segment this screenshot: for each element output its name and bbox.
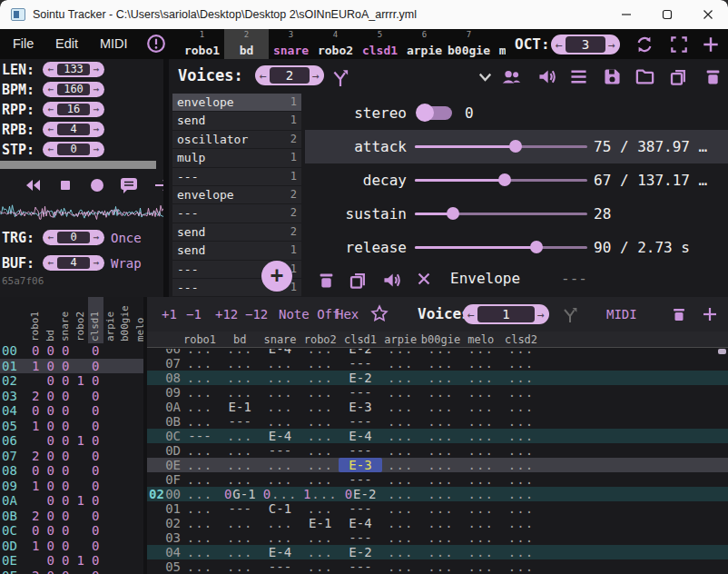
- order-cell[interactable]: 0: [58, 493, 74, 509]
- pattern-cell[interactable]: ...: [259, 414, 302, 429]
- pattern-cell[interactable]: ...: [419, 400, 463, 414]
- order-row[interactable]: 011000: [0, 359, 143, 374]
- close-button[interactable]: [687, 0, 728, 29]
- pattern-cell[interactable]: ...: [299, 472, 342, 487]
- pattern-cell[interactable]: ...: [379, 371, 422, 385]
- minimize-button[interactable]: [605, 0, 646, 29]
- pattern-cell[interactable]: ...: [379, 501, 422, 516]
- pattern-column-robo2[interactable]: robo2: [299, 332, 342, 348]
- order-cell[interactable]: 0: [58, 539, 74, 554]
- add-unit-button[interactable]: +: [261, 261, 292, 292]
- pattern-cell[interactable]: ...: [459, 429, 503, 443]
- order-cell[interactable]: 1: [28, 539, 44, 554]
- pattern-cell[interactable]: ...: [379, 385, 422, 400]
- order-cell[interactable]: 0: [88, 523, 103, 539]
- pattern-cell[interactable]: E-4: [259, 349, 302, 356]
- pattern-cell[interactable]: ...: [299, 371, 342, 385]
- pattern-cell[interactable]: ...: [499, 400, 543, 414]
- order-row[interactable]: 0C0000: [0, 523, 143, 539]
- speaker-icon[interactable]: [381, 270, 399, 288]
- unit-item-empty[interactable]: ---1: [172, 168, 301, 185]
- pattern-cell[interactable]: ...: [379, 414, 422, 429]
- pattern-cell[interactable]: ...: [419, 530, 463, 545]
- order-cell[interactable]: 0: [88, 373, 103, 389]
- order-cell[interactable]: 0: [44, 449, 59, 464]
- pattern-column-clsd2[interactable]: clsd2: [499, 332, 543, 348]
- pattern-cell[interactable]: ...: [218, 472, 261, 487]
- pattern-cell[interactable]: ...: [419, 371, 463, 385]
- pattern-cell[interactable]: ...: [178, 545, 221, 559]
- pattern-cell[interactable]: ...: [499, 501, 543, 516]
- order-row[interactable]: 0B2000: [0, 509, 143, 524]
- pattern-cell[interactable]: ...: [379, 400, 422, 414]
- order-cell[interactable]: 0: [44, 389, 59, 404]
- pattern-cell[interactable]: ...: [499, 443, 543, 458]
- order-cell[interactable]: 0: [44, 373, 59, 389]
- pattern-cell[interactable]: ...: [299, 385, 342, 400]
- pattern-cell[interactable]: ...: [259, 516, 302, 530]
- sustain-slider-knob[interactable]: [447, 207, 459, 220]
- pattern-cell[interactable]: ...: [459, 400, 503, 414]
- pattern-cell[interactable]: ...: [419, 356, 463, 371]
- pattern-cell[interactable]: ...: [178, 516, 221, 530]
- pattern-cell[interactable]: ...: [419, 458, 463, 472]
- order-column-robo2[interactable]: robo2: [74, 298, 89, 341]
- pattern-cell[interactable]: ...: [299, 414, 342, 429]
- order-cell[interactable]: 0: [88, 343, 103, 359]
- order-cell[interactable]: 0: [44, 479, 59, 494]
- pattern-cell[interactable]: E-3: [339, 400, 382, 414]
- pattern-cell[interactable]: ...: [299, 501, 342, 516]
- folder-icon[interactable]: [635, 66, 655, 87]
- pattern-cell[interactable]: ...: [419, 349, 463, 356]
- pattern-cell[interactable]: 0E-2: [339, 487, 382, 501]
- pattern-cell[interactable]: ...: [419, 443, 463, 458]
- pattern-cell[interactable]: E-1: [299, 516, 342, 530]
- trg-mode-label[interactable]: Once: [111, 230, 142, 246]
- pattern-cell[interactable]: ...: [259, 385, 302, 400]
- octave-value[interactable]: 3: [566, 36, 605, 53]
- pattern-voices-increase-arrow[interactable]: →: [535, 309, 547, 321]
- pattern-column-b00gie[interactable]: b00gie: [419, 332, 463, 348]
- pattern-column-bd[interactable]: bd: [218, 332, 261, 348]
- pattern-cell[interactable]: ---: [339, 501, 382, 516]
- pattern-cell[interactable]: ...: [459, 501, 503, 516]
- menu-file[interactable]: File: [13, 29, 34, 59]
- pattern-cell[interactable]: ...: [499, 429, 543, 443]
- order-cell[interactable]: 2: [28, 509, 44, 524]
- log-icon[interactable]: [119, 176, 139, 196]
- song-rpb-spinner-decrease-arrow[interactable]: ←: [44, 124, 57, 134]
- pattern-column-clsd1[interactable]: clsd1: [339, 332, 382, 348]
- order-cell[interactable]: 2: [28, 449, 44, 464]
- instrument-tab-b00gie[interactable]: 7b00gie: [447, 29, 491, 59]
- song-bpm-spinner-decrease-arrow[interactable]: ←: [44, 84, 57, 94]
- order-row[interactable]: 000000: [0, 343, 143, 359]
- order-row[interactable]: 0A0010: [0, 493, 143, 509]
- song-bpm-spinner-increase-arrow[interactable]: →: [90, 84, 103, 94]
- pattern-cell[interactable]: ...: [218, 530, 261, 545]
- order-column-b00gie[interactable]: b00gie: [118, 298, 133, 341]
- note-off-button[interactable]: Note Off: [279, 297, 339, 332]
- song-trg-spinner-increase-arrow[interactable]: →: [90, 233, 103, 242]
- order-cell[interactable]: 0: [88, 463, 103, 479]
- instrument-tab-melo[interactable]: 8melo: [491, 29, 506, 59]
- song-stp-spinner-decrease-arrow[interactable]: ←: [44, 144, 57, 154]
- order-row[interactable]: 020010: [0, 373, 143, 389]
- order-cell[interactable]: 0: [58, 523, 74, 539]
- pattern-cell-selected[interactable]: E-3: [339, 458, 382, 472]
- order-cell[interactable]: 0: [28, 523, 44, 539]
- order-cell[interactable]: 1: [74, 553, 89, 569]
- song-stp-spinner-value[interactable]: 0: [57, 144, 90, 155]
- order-cell[interactable]: 0: [58, 419, 74, 434]
- song-stp-spinner-increase-arrow[interactable]: →: [90, 144, 103, 154]
- order-cell[interactable]: 0: [58, 403, 74, 419]
- instrument-tab-bd[interactable]: 2bd: [224, 29, 269, 59]
- pattern-cell[interactable]: ...: [178, 385, 221, 400]
- pattern-cell[interactable]: ...: [299, 559, 342, 574]
- fullscreen-icon[interactable]: [669, 35, 689, 54]
- pattern-cell[interactable]: ...: [379, 429, 422, 443]
- order-cell[interactable]: 0: [58, 343, 74, 359]
- release-slider-knob[interactable]: [530, 241, 543, 253]
- pattern-cell[interactable]: 0G-1: [218, 487, 261, 501]
- voices-decrease-arrow[interactable]: ←: [257, 70, 270, 82]
- order-cell[interactable]: 0: [88, 509, 103, 524]
